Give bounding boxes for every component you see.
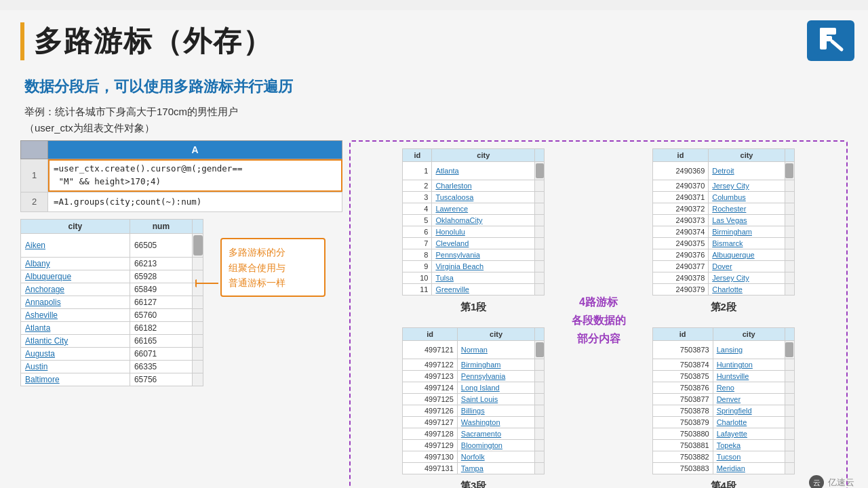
seg4-scroll: [785, 328, 794, 341]
annotation-text: 多路游标的分组聚合使用与普通游标一样: [229, 247, 285, 288]
segment-row: 7503883Meridian: [652, 463, 794, 474]
title-accent: [20, 22, 24, 60]
seg-id-cell: 4997126: [403, 405, 458, 417]
segment-row: 4997123Pennsylvania: [403, 371, 545, 382]
row2-formula: =A1.groups(city;count(~):num): [48, 192, 342, 212]
seg-city-cell: Detroit: [709, 162, 785, 180]
segment-row: 4Lawrence: [403, 203, 545, 215]
seg-scroll-cell: [535, 215, 545, 226]
seg-id-cell: 4997130: [403, 451, 458, 463]
seg-id-cell: 4997129: [403, 440, 458, 451]
seg-id-cell: 7503876: [652, 382, 713, 394]
formula-col-header: A: [48, 141, 342, 159]
seg-scroll-cell: [785, 180, 794, 192]
result-city-cell: Aiken: [21, 234, 130, 258]
seg-scroll-cell: [785, 417, 794, 428]
seg-id-cell: 2490373: [652, 215, 709, 226]
segment-row: 4997128Sacramento: [403, 428, 545, 440]
seg-scroll-cell: [535, 261, 545, 272]
result-row: Aiken66505: [21, 234, 203, 258]
segment-row: 4997127Washington: [403, 417, 545, 428]
seg-city-cell: Bismarck: [709, 238, 785, 249]
seg-id-cell: 7503873: [652, 341, 713, 359]
result-row: Austin66335: [21, 361, 203, 373]
segment4-wrapper: id city 7503873Lansing7503874Huntington7…: [609, 327, 839, 488]
seg-scroll-cell: [535, 284, 545, 296]
seg-scroll-cell: [785, 272, 794, 284]
seg-city-cell: Lawrence: [432, 203, 535, 215]
segment-row: 7503879Charlotte: [652, 417, 794, 428]
result-row: Atlanta66182: [21, 322, 203, 335]
seg1-col-id: id: [403, 149, 432, 162]
result-col-num: num: [130, 220, 192, 234]
seg-city-cell: Birmingham: [457, 359, 534, 371]
seg3-col-id: id: [403, 328, 458, 341]
seg-id-cell: 7503881: [652, 440, 713, 451]
seg-id-cell: 2490369: [652, 162, 709, 180]
seg-scroll-cell: [535, 428, 545, 440]
result-row: Augusta66071: [21, 348, 203, 361]
logo: [807, 20, 854, 61]
row2-num: 2: [21, 192, 48, 212]
result-city-cell: Asheville: [21, 309, 130, 322]
segment-row: 4997126Billings: [403, 405, 545, 417]
seg2-col-city: city: [709, 149, 785, 162]
seg-id-cell: 4997131: [403, 463, 458, 474]
seg-scroll-cell: [535, 192, 545, 203]
segment2-wrapper: id city 2490369Detroit2490370Jersey City…: [609, 148, 839, 314]
seg-scroll-cell: [535, 238, 545, 249]
seg-id-cell: 2: [403, 180, 432, 192]
segment-row: 4997130Norfolk: [403, 451, 545, 463]
seg-id-cell: 1: [403, 162, 432, 180]
segment-row: 7503877Denver: [652, 394, 794, 405]
segment-row: 4997121Norman: [403, 341, 545, 359]
content-area: A 1 =user_ctx.create().cursor@m(;gender=…: [20, 140, 848, 488]
seg-scroll-cell: [785, 359, 794, 371]
seg-scroll-cell: [785, 463, 794, 474]
watermark-text: 亿速云: [828, 476, 854, 488]
segment-row: 7503880Lafayette: [652, 428, 794, 440]
result-city-cell: Austin: [21, 361, 130, 373]
seg-id-cell: 7503883: [652, 463, 713, 474]
seg-id-cell: 4997128: [403, 428, 458, 440]
seg-city-cell: Honolulu: [432, 226, 535, 238]
segment-row: 2490372Rochester: [652, 203, 794, 215]
segment-row: 7503881Topeka: [652, 440, 794, 451]
seg-id-cell: 7: [403, 238, 432, 249]
result-row: Asheville65760: [21, 309, 203, 322]
right-panel: id city 1Atlanta2Charleston3Tuscaloosa4L…: [349, 140, 848, 488]
result-num-cell: 66182: [130, 322, 192, 335]
seg-id-cell: 2490379: [652, 284, 709, 296]
result-row: Baltimore65756: [21, 373, 203, 386]
segment-row: 7503878Springfield: [652, 405, 794, 417]
seg-scroll-cell: [535, 440, 545, 451]
seg-city-cell: Virginia Beach: [432, 261, 535, 272]
result-col-city: city: [21, 220, 130, 234]
seg-id-cell: 2490378: [652, 272, 709, 284]
seg-scroll-cell: [785, 405, 794, 417]
seg-city-cell: Atlanta: [432, 162, 535, 180]
seg-id-cell: 2490371: [652, 192, 709, 203]
result-city-cell: Albuquerque: [21, 270, 130, 283]
formula-table: A 1 =user_ctx.create().cursor@m(;gender=…: [20, 140, 342, 212]
result-city-cell: Baltimore: [21, 373, 130, 386]
result-num-cell: 66505: [130, 234, 192, 258]
seg-city-cell: Pennsylvania: [432, 249, 535, 261]
seg-city-cell: Billings: [457, 405, 534, 417]
seg-id-cell: 7503877: [652, 394, 713, 405]
seg-city-cell: Long Island: [457, 382, 534, 394]
result-num-cell: 65760: [130, 309, 192, 322]
segment3-table: id city 4997121Norman4997122Birmingham49…: [402, 327, 545, 474]
seg-scroll-cell: [535, 249, 545, 261]
seg-city-cell: Huntsville: [713, 371, 785, 382]
seg-id-cell: 5: [403, 215, 432, 226]
seg-city-cell: Birmingham: [709, 226, 785, 238]
segment-row: 9Virginia Beach: [403, 261, 545, 272]
segment-row: 4997122Birmingham: [403, 359, 545, 371]
segment-row: 10Tulsa: [403, 272, 545, 284]
seg-id-cell: 4997124: [403, 382, 458, 394]
seg-id-cell: 7503878: [652, 405, 713, 417]
seg-city-cell: Springfield: [713, 405, 785, 417]
result-row: Albany66213: [21, 258, 203, 270]
seg-id-cell: 11: [403, 284, 432, 296]
